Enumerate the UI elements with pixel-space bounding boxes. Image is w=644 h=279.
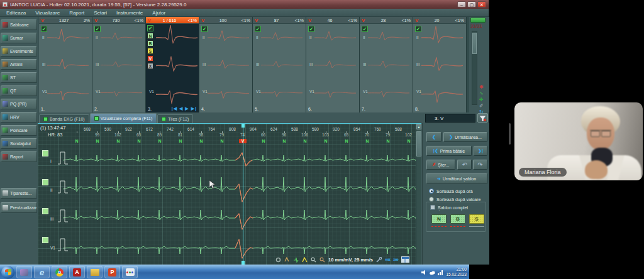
- title-bar[interactable]: IANTOC LUCIA - Holter 02.10.2021, durata…: [0, 0, 489, 9]
- cloud-icon[interactable]: [430, 270, 435, 275]
- class-b-button[interactable]: B: [450, 214, 465, 224]
- template-card-8[interactable]: V20<1%✔IIIIIV18.: [413, 17, 467, 112]
- class-n-button[interactable]: N: [431, 214, 447, 224]
- last-beat-button[interactable]: ❯|: [474, 146, 487, 156]
- undo-button[interactable]: ↶: [457, 160, 472, 170]
- split-template-icon[interactable]: ∿: [479, 91, 484, 96]
- reclassify-icon[interactable]: ✚: [479, 97, 484, 102]
- page-back-icon[interactable]: ««: [385, 256, 390, 263]
- classify-b-button[interactable]: B: [147, 40, 153, 46]
- template-beat-nav[interactable]: |◀ ◀ ▶ ▶|: [172, 106, 197, 111]
- holter-app-icon[interactable]: [122, 266, 138, 278]
- lead-enabled-checkbox[interactable]: [42, 237, 48, 243]
- sidebar-item-sumar[interactable]: Sumar: [1, 33, 37, 43]
- menu-setari[interactable]: Setari: [94, 10, 107, 16]
- sidebar-item-evenimente[interactable]: Evenimente: [1, 46, 37, 57]
- network-icon[interactable]: [438, 270, 443, 275]
- lead-enabled-checkbox[interactable]: [42, 150, 48, 156]
- volume-icon[interactable]: [421, 270, 427, 275]
- adobe-reader-icon[interactable]: A: [69, 266, 85, 278]
- sidebar-item-sabloane[interactable]: Sabloane: [1, 19, 37, 30]
- beat-edit-icon[interactable]: [293, 257, 299, 263]
- beat-cursor[interactable]: [243, 124, 243, 264]
- template-card-3[interactable]: V1 / 616<1%✔NBSVXIIIIIV13.|◀ ◀ ▶ ▶|: [146, 17, 199, 112]
- tab-vizualizare-completa[interactable]: Vizualizare completa (F11): [90, 113, 157, 123]
- full-template-checkbox[interactable]: Șablon complet: [430, 205, 468, 210]
- class-s-button[interactable]: S: [469, 214, 484, 224]
- current-beat-selector[interactable]: 3. V: [425, 114, 475, 123]
- chrome-icon[interactable]: [52, 266, 67, 278]
- sidebar-item-raport[interactable]: Raport: [1, 151, 37, 162]
- start-button[interactable]: [1, 266, 14, 279]
- classify-s-button[interactable]: S: [147, 48, 153, 54]
- close-icon[interactable]: ✕: [477, 1, 486, 8]
- template-card-4[interactable]: V100<1%✔IIIIIV14.: [199, 17, 253, 112]
- template-card-7[interactable]: V28<1%✔IIIIIV17.: [360, 17, 413, 112]
- beat-count: 28: [365, 18, 401, 23]
- next-beat-button[interactable]: ❯Următoarea...: [443, 132, 487, 142]
- internet-explorer-icon[interactable]: e: [34, 266, 50, 278]
- menu-raport[interactable]: Raport: [69, 10, 84, 16]
- photo-folder-icon[interactable]: [87, 266, 103, 278]
- meeting-panel-grip[interactable]: [509, 123, 511, 145]
- template-approved-icon[interactable]: ✔: [147, 25, 153, 31]
- tab-banda-ekg[interactable]: Banda EKG (F10): [39, 114, 89, 123]
- template-lead-row: III: [413, 51, 466, 79]
- media-app-icon[interactable]: [16, 266, 32, 278]
- template-card-6[interactable]: V46<1%✔IIIIIV16.: [306, 17, 360, 112]
- template-lead-row: III: [92, 51, 145, 79]
- menu-ajutor[interactable]: Ajutor: [152, 10, 165, 16]
- sidebar-item-st[interactable]: ST: [1, 72, 37, 83]
- template-card-2[interactable]: V730<1%✔IIIIIV12.: [92, 17, 146, 112]
- marker-icon[interactable]: [302, 257, 308, 263]
- sidebar-item-previzualizare[interactable]: Previzualizare: [1, 202, 37, 213]
- lead-enabled-checkbox[interactable]: [42, 208, 48, 214]
- menu-vizualizare[interactable]: Vizualizare: [35, 10, 60, 16]
- clock[interactable]: 21:00 15.02.2023: [446, 267, 467, 277]
- grid-view-icon[interactable]: [401, 256, 409, 263]
- lead-label: III: [42, 62, 45, 67]
- sidebar-item-qt[interactable]: QT: [1, 85, 37, 96]
- powerpoint-icon[interactable]: P: [104, 266, 120, 278]
- template-card-1[interactable]: V13272%✔IIIIIV11.: [39, 17, 92, 112]
- sidebar-item-pqpr[interactable]: PQ (PR): [1, 99, 37, 109]
- first-beat-button[interactable]: |❮Prima bătaie: [426, 146, 472, 156]
- sidebar-item-tipareste[interactable]: Tipareste...: [1, 188, 37, 199]
- next-template-button[interactable]: ➜Următorul șablon: [426, 173, 487, 184]
- filter-button[interactable]: [477, 113, 488, 123]
- wrench-icon[interactable]: [376, 257, 382, 263]
- redo-button[interactable]: ↷: [473, 160, 487, 170]
- beat-percent: <1%: [348, 18, 357, 23]
- classify-x-button[interactable]: X: [147, 63, 153, 69]
- classify-v-button[interactable]: V: [147, 55, 153, 62]
- zoom-in-icon[interactable]: [311, 257, 316, 263]
- ecg-scrollbar[interactable]: ▲: [416, 124, 421, 265]
- sidebar-item-poincar[interactable]: Poincaré: [1, 125, 37, 136]
- merge-templates-icon[interactable]: ✱: [479, 85, 484, 90]
- sidebar-item-sondajului[interactable]: Sondajului: [1, 138, 37, 149]
- template-card-5[interactable]: V87<1%✔IIIIIV15.: [253, 17, 306, 112]
- maximize-icon[interactable]: ▢: [467, 1, 476, 8]
- sidebar-item-hrv[interactable]: HRV: [1, 112, 37, 123]
- template-card-body: ✔IIIIIV1: [199, 24, 252, 105]
- delete-button[interactable]: ✗Șter...: [426, 160, 455, 170]
- menu-editeaza[interactable]: Editeaza: [6, 10, 26, 16]
- page-forward-icon[interactable]: »»: [393, 256, 398, 263]
- webcam-tile[interactable]: Mariana Floria: [514, 102, 643, 180]
- template-scrollbar[interactable]: [472, 31, 477, 105]
- settings-icon[interactable]: [275, 257, 281, 263]
- sidebar-item-aritmii[interactable]: Aritmii: [1, 59, 37, 70]
- menu-instrumente[interactable]: Instrumente: [116, 10, 143, 16]
- classify-n-button[interactable]: N: [147, 33, 153, 39]
- tab-tiles[interactable]: Tiles (F12): [157, 114, 193, 123]
- prev-beat-button[interactable]: ❮: [426, 132, 441, 142]
- template-card-header: V28<1%: [360, 17, 413, 24]
- lead-enabled-checkbox[interactable]: [42, 179, 48, 185]
- sort-by-time-radio[interactable]: Sortează după oră: [429, 189, 473, 194]
- tools-icon[interactable]: ✐: [479, 104, 484, 109]
- minimize-icon[interactable]: –: [457, 1, 466, 8]
- sort-by-value-radio[interactable]: Sortează după valoare: [429, 197, 480, 202]
- caliper-icon[interactable]: [284, 257, 290, 263]
- template-card-footer: 4.: [199, 105, 252, 112]
- zoom-out-icon[interactable]: [319, 257, 325, 263]
